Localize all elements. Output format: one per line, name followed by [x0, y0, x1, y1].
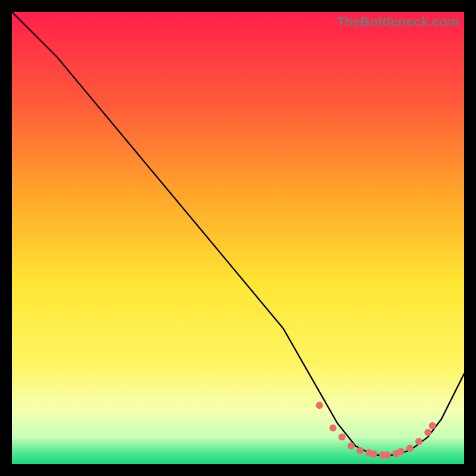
svg-point-14	[424, 429, 431, 436]
svg-point-4	[347, 443, 355, 450]
svg-rect-0	[12, 12, 464, 464]
svg-point-9	[384, 452, 391, 459]
watermark-text: TheBottleneck.com	[337, 14, 459, 30]
svg-point-2	[330, 424, 337, 431]
gradient-curve-chart	[12, 12, 464, 464]
svg-point-7	[370, 450, 377, 458]
svg-point-12	[406, 444, 414, 452]
svg-point-11	[397, 448, 405, 455]
svg-point-5	[356, 447, 364, 454]
svg-point-15	[429, 422, 436, 429]
chart-frame: TheBottleneck.com	[12, 12, 464, 464]
svg-point-3	[339, 433, 346, 440]
svg-point-1	[316, 402, 323, 409]
svg-point-13	[415, 438, 422, 445]
